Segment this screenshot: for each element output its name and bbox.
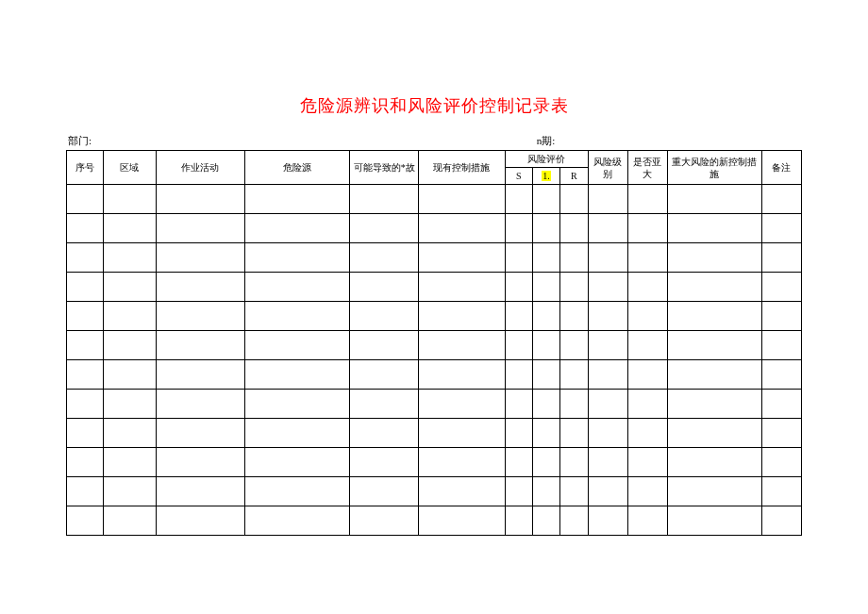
table-cell [350,243,419,273]
table-body [67,185,802,536]
table-cell [67,331,104,360]
table-cell [419,214,506,243]
department-label: 部门: [68,134,537,148]
header-eval-l: 1. [532,168,559,185]
table-cell [505,360,532,390]
table-cell [761,477,801,506]
table-cell [667,243,761,273]
table-cell [627,185,667,214]
table-cell [419,360,506,390]
table-cell [667,331,761,360]
table-cell [103,506,156,536]
table-cell [350,419,419,448]
header-remark: 备注 [761,151,801,185]
header-eval-l-text: 1. [542,171,551,181]
table-cell [103,273,156,302]
table-cell [588,185,627,214]
table-row [67,302,802,331]
table-cell [761,390,801,419]
table-cell [667,360,761,390]
table-cell [350,390,419,419]
table-cell [532,243,559,273]
table-cell [588,302,627,331]
table-cell [419,506,506,536]
table-cell [67,273,104,302]
header-row-1: 序号 区域 作业活动 危险源 可能导致的*故 现有控制措施 风险评价 风险级别 … [67,151,802,168]
table-cell [244,448,349,477]
table-cell [761,331,801,360]
table-cell [627,273,667,302]
table-cell [505,477,532,506]
table-cell [761,506,801,536]
table-cell [103,448,156,477]
header-level: 风险级别 [588,151,627,185]
table-cell [350,448,419,477]
table-cell [244,419,349,448]
table-cell [627,477,667,506]
table-cell [667,273,761,302]
table-cell [157,390,245,419]
table-cell [67,419,104,448]
table-cell [157,185,245,214]
table-cell [350,214,419,243]
table-cell [244,273,349,302]
table-cell [103,360,156,390]
table-cell [627,506,667,536]
table-cell [560,331,588,360]
table-cell [350,331,419,360]
table-cell [419,302,506,331]
table-cell [350,273,419,302]
table-cell [588,448,627,477]
table-cell [103,390,156,419]
table-cell [627,448,667,477]
table-cell [560,243,588,273]
table-cell [761,185,801,214]
table-cell [419,243,506,273]
table-cell [67,506,104,536]
table-cell [67,477,104,506]
table-cell [667,419,761,448]
table-cell [532,273,559,302]
table-cell [67,214,104,243]
table-cell [157,448,245,477]
table-row [67,214,802,243]
table-cell [103,477,156,506]
table-cell [532,302,559,331]
table-cell [350,506,419,536]
table-cell [419,448,506,477]
table-cell [505,214,532,243]
table-row [67,185,802,214]
table-row [67,477,802,506]
table-cell [761,243,801,273]
table-cell [667,185,761,214]
table-row [67,448,802,477]
table-cell [532,185,559,214]
table-cell [560,419,588,448]
table-header: 序号 区域 作业活动 危险源 可能导致的*故 现有控制措施 风险评价 风险级别 … [67,151,802,185]
table-cell [350,302,419,331]
table-cell [350,185,419,214]
table-cell [244,477,349,506]
table-cell [532,390,559,419]
table-cell [350,360,419,390]
table-cell [67,302,104,331]
date-label: n期: [537,134,800,148]
table-cell [627,302,667,331]
table-cell [560,390,588,419]
table-cell [588,214,627,243]
table-cell [157,360,245,390]
header-major: 是否亚大 [627,151,667,185]
table-cell [157,331,245,360]
table-row [67,390,802,419]
table-row [67,419,802,448]
table-cell [103,214,156,243]
table-cell [560,477,588,506]
table-cell [67,243,104,273]
table-cell [532,331,559,360]
table-cell [560,273,588,302]
header-seq: 序号 [67,151,104,185]
table-cell [67,390,104,419]
table-row [67,360,802,390]
table-cell [67,360,104,390]
table-cell [67,185,104,214]
